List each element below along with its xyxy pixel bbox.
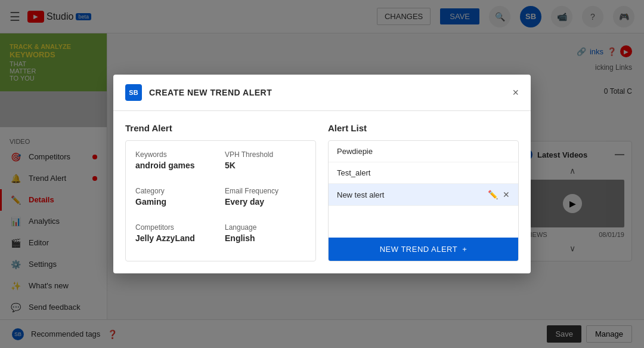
keywords-value: android games <box>135 161 216 170</box>
category-label: Category <box>135 187 216 195</box>
trend-section-title: Trend Alert <box>125 123 316 133</box>
alert-list-container: Pewdiepie Test_alert New test alert ✏️ ✕ <box>328 140 519 261</box>
keywords-label: Keywords <box>135 150 216 159</box>
language-value: English <box>225 233 306 243</box>
modal-sb-logo: SB <box>125 84 142 101</box>
email-label: Email Frequency <box>225 187 306 195</box>
modal-header: SB CREATE NEW TREND ALERT × <box>113 75 531 111</box>
vph-value: 5K <box>225 161 306 170</box>
modal-overlay: SB CREATE NEW TREND ALERT × Trend Alert … <box>0 0 644 348</box>
language-row: Language English <box>225 223 306 243</box>
alert-item-test-alert[interactable]: Test_alert <box>329 162 518 184</box>
keywords-row: Keywords android games <box>135 150 216 170</box>
language-label: Language <box>225 223 306 232</box>
email-row: Email Frequency Every day <box>225 187 306 207</box>
alert-item-label: New test alert <box>337 190 488 199</box>
category-row: Category Gaming <box>135 187 216 207</box>
alert-item-actions: ✏️ ✕ <box>488 190 510 199</box>
new-alert-label: NEW TREND ALERT <box>380 245 458 254</box>
new-alert-button[interactable]: NEW TREND ALERT + <box>329 238 518 261</box>
modal-body: Trend Alert Keywords android games VPH T… <box>113 111 531 273</box>
vph-label: VPH Threshold <box>225 150 306 159</box>
alert-items-list: Pewdiepie Test_alert New test alert ✏️ ✕ <box>329 141 518 238</box>
alert-item-label: Test_alert <box>337 168 510 177</box>
vph-row: VPH Threshold 5K <box>225 150 306 170</box>
alert-item-label: Pewdiepie <box>337 147 510 156</box>
trend-section: Trend Alert Keywords android games VPH T… <box>125 123 316 261</box>
new-alert-plus-icon: + <box>462 245 467 254</box>
delete-icon[interactable]: ✕ <box>503 190 510 199</box>
trend-card: Keywords android games VPH Threshold 5K … <box>125 140 316 261</box>
category-value: Gaming <box>135 197 216 207</box>
modal-title: CREATE NEW TREND ALERT <box>149 88 272 97</box>
alert-item-pewdiepie[interactable]: Pewdiepie <box>329 141 518 162</box>
alert-item-new-test-alert[interactable]: New test alert ✏️ ✕ <box>329 184 518 206</box>
competitors-value: Jelly AzzyLand <box>135 233 216 243</box>
alert-section-title: Alert List <box>328 123 519 133</box>
edit-icon[interactable]: ✏️ <box>488 190 498 199</box>
alert-section: Alert List Pewdiepie Test_alert New test… <box>328 123 519 261</box>
modal-close-button[interactable]: × <box>512 87 519 99</box>
trend-alert-modal: SB CREATE NEW TREND ALERT × Trend Alert … <box>113 75 531 273</box>
competitors-label: Competitors <box>135 223 216 232</box>
competitors-row: Competitors Jelly AzzyLand <box>135 223 216 243</box>
email-value: Every day <box>225 197 306 207</box>
